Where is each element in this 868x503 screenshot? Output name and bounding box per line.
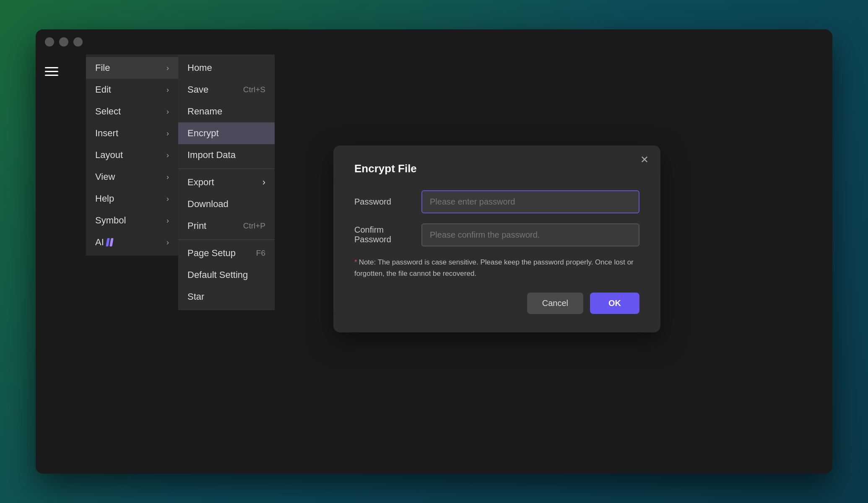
cancel-button[interactable]: Cancel <box>527 293 583 314</box>
encrypt-dialog: ✕ Encrypt File Password Confirm Password… <box>333 145 660 332</box>
password-label: Password <box>354 197 413 207</box>
confirm-password-input[interactable] <box>421 223 639 246</box>
ok-button[interactable]: OK <box>590 293 639 314</box>
dialog-note: *Note: The password is case sensitive. P… <box>354 257 639 279</box>
dialog-title: Encrypt File <box>354 162 639 175</box>
confirm-password-row: Confirm Password <box>354 223 639 246</box>
dialog-overlay: ✕ Encrypt File Password Confirm Password… <box>36 29 832 474</box>
password-input[interactable] <box>421 190 639 213</box>
dialog-close-button[interactable]: ✕ <box>638 153 651 166</box>
password-row: Password <box>354 190 639 213</box>
app-window: File › Edit › Select › Insert › Layout ›… <box>36 29 832 474</box>
asterisk-icon: * <box>354 258 357 266</box>
dialog-buttons: Cancel OK <box>354 293 639 314</box>
confirm-password-label: Confirm Password <box>354 225 413 244</box>
